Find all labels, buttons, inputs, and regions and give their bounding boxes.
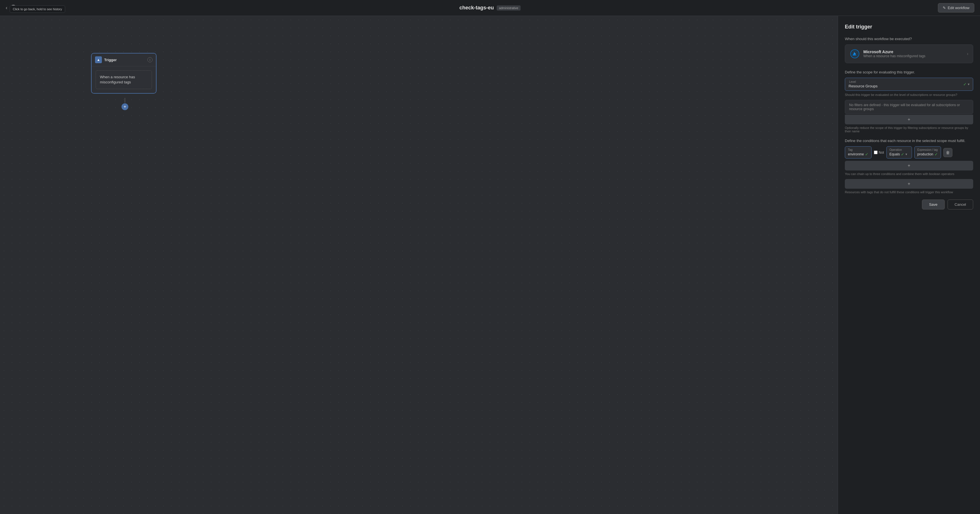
condition-row: Tag environme ✓ Not Operation Equals	[845, 146, 973, 159]
operation-chevron: ▾	[905, 152, 907, 156]
azure-trigger-desc: When a resource has misconfigured tags	[863, 54, 925, 58]
node-connector	[125, 98, 125, 103]
azure-provider-name: Microsoft Azure	[863, 49, 925, 54]
delete-condition-button[interactable]: 🗑	[943, 148, 952, 157]
chain-help-text: You can chain up to three conditions and…	[845, 172, 973, 176]
trigger-info-icon[interactable]: i	[147, 57, 153, 62]
operation-field-label: Operation	[889, 148, 909, 151]
operation-check-icon: ✓	[901, 152, 904, 156]
level-help-text: Should this trigger be evaluated on the …	[845, 93, 973, 97]
trigger-header-left: ▲ Trigger	[95, 56, 117, 63]
scope-label: Define the scope for evaluating this tri…	[845, 70, 973, 74]
trigger-description: When a resource has misconfigured tags	[100, 75, 135, 84]
operation-value: Equals	[889, 152, 900, 156]
add-node-button[interactable]: +	[121, 103, 129, 111]
not-checkbox-input[interactable]	[874, 151, 878, 154]
conditions-section: Define the conditions that each resource…	[845, 138, 973, 194]
expression-field-value-row: production ✓	[917, 152, 938, 156]
tag-field-value-row: environme ✓	[848, 152, 869, 156]
edit-workflow-label: Edit workflow	[948, 6, 969, 10]
trigger-node-body: When a resource has misconfigured tags	[92, 66, 156, 93]
level-select[interactable]: Level Resource Groups ✓ ▾	[845, 78, 973, 91]
tag-field-label: Tag	[848, 148, 869, 151]
panel-footer: Save Cancel	[845, 199, 973, 210]
when-label: When should this workflow be executed?	[845, 37, 973, 41]
add-condition-button[interactable]: +	[845, 161, 973, 170]
cancel-button[interactable]: Cancel	[948, 199, 973, 210]
tag-check-icon: ✓	[865, 152, 869, 156]
trigger-node[interactable]: ▲ Trigger i When a resource has misconfi…	[91, 53, 156, 94]
level-check-icon: ✓	[963, 82, 967, 86]
level-field-label: Level	[848, 80, 963, 83]
tag-field[interactable]: Tag environme ✓	[845, 146, 872, 159]
expression-check-icon: ✓	[934, 152, 938, 156]
azure-card-left: Microsoft Azure When a resource has misc…	[850, 49, 925, 59]
expression-field-label: Expression / tag	[917, 148, 938, 151]
workflow-title: check-tags-eu	[460, 5, 494, 11]
save-button[interactable]: Save	[922, 199, 945, 210]
level-field-value: Resource Groups	[848, 84, 963, 88]
add-final-button[interactable]: +	[845, 179, 973, 189]
trigger-node-icon: ▲	[95, 56, 102, 63]
trigger-node-label: Trigger	[104, 58, 117, 62]
conditions-label: Define the conditions that each resource…	[845, 138, 973, 143]
back-tooltip: Click to go back, hold to see history	[10, 5, 65, 13]
not-label: Not	[879, 151, 884, 154]
level-chevron-icon: ▾	[968, 82, 969, 86]
level-select-icons: ✓ ▾	[963, 82, 969, 86]
final-help-text: Resources with tags that do not fulfill …	[845, 190, 973, 194]
header-left: ‹ Click to go back, hold to see history …	[6, 5, 38, 11]
level-field-group: Level Resource Groups ✓ ▾	[845, 78, 973, 91]
header: ‹ Click to go back, hold to see history …	[0, 0, 980, 16]
filter-info-box: No filters are defined - this trigger wi…	[845, 100, 973, 114]
workflow-canvas: ▲ Trigger i When a resource has misconfi…	[0, 16, 838, 514]
not-checkbox-label[interactable]: Not	[874, 151, 884, 154]
main-content: ▲ Trigger i When a resource has misconfi…	[0, 16, 980, 514]
trigger-content-box: When a resource has misconfigured tags	[95, 70, 152, 89]
back-button[interactable]: ‹	[6, 5, 7, 11]
trigger-node-header: ▲ Trigger i	[92, 54, 156, 66]
right-panel: Edit trigger When should this workflow b…	[838, 16, 980, 514]
azure-card-chevron: ›	[967, 51, 968, 56]
edit-workflow-button[interactable]: ✎ Edit workflow	[938, 3, 974, 13]
azure-logo	[850, 49, 860, 59]
level-select-inner: Level Resource Groups	[848, 80, 963, 88]
scope-section: Define the scope for evaluating this tri…	[845, 70, 973, 133]
expression-value: production	[917, 152, 933, 156]
expression-field[interactable]: Expression / tag production ✓	[914, 146, 941, 159]
azure-card-text: Microsoft Azure When a resource has misc…	[863, 49, 925, 58]
filter-help-text: Optionally reduce the scope of this trig…	[845, 126, 973, 133]
tag-value: environme	[848, 152, 864, 156]
edit-icon: ✎	[943, 6, 946, 10]
workflow-badge: administrative	[497, 5, 521, 11]
filter-info-text: No filters are defined - this trigger wi…	[849, 103, 960, 111]
operation-field-value-row: Equals ✓ ▾	[889, 152, 909, 156]
azure-trigger-card[interactable]: Microsoft Azure When a resource has misc…	[845, 45, 973, 63]
add-filter-button[interactable]: +	[845, 115, 973, 124]
panel-title: Edit trigger	[845, 24, 973, 30]
header-center: check-tags-eu administrative	[460, 5, 521, 11]
operation-field[interactable]: Operation Equals ✓ ▾	[886, 146, 912, 159]
